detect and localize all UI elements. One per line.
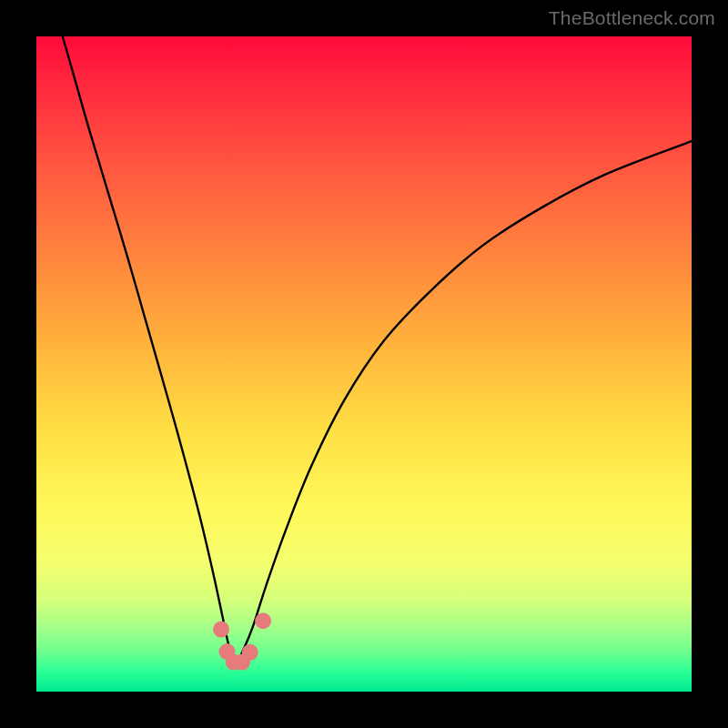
plot-area bbox=[36, 36, 692, 692]
watermark-text: TheBottleneck.com bbox=[549, 7, 715, 29]
bottleneck-curve-svg bbox=[36, 36, 692, 692]
bottleneck-curve-path bbox=[63, 36, 692, 663]
curve-marker bbox=[213, 622, 229, 638]
marker-group bbox=[213, 612, 271, 670]
chart-frame: TheBottleneck.com bbox=[0, 0, 728, 728]
curve-marker bbox=[242, 644, 258, 661]
curve-marker bbox=[255, 612, 271, 629]
